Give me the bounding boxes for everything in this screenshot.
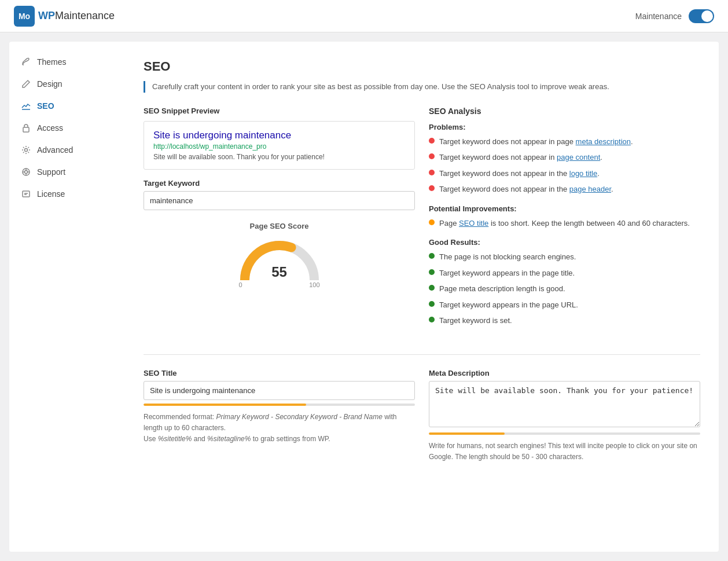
seo-label: SEO: [37, 101, 54, 111]
gauge-labels: 0 100: [239, 281, 320, 288]
page-title: SEO: [144, 59, 700, 74]
advanced-label: Advanced: [37, 145, 73, 155]
seo-title-progress-fill: [144, 404, 306, 406]
maintenance-toggle[interactable]: [689, 9, 714, 23]
improvement-1: Page SEO title is too short. Keep the le…: [429, 218, 700, 229]
target-keyword-label: Target Keyword: [144, 179, 415, 188]
good-4: Target keyword appears in the page URL.: [429, 299, 700, 311]
support-label: Support: [37, 167, 65, 177]
problem-1: Target keyword does not appear in page m…: [429, 136, 700, 148]
seo-title-hint: Recommended format: Primary Keyword - Se…: [144, 412, 415, 445]
seo-title-input[interactable]: [144, 381, 415, 400]
green-dot: [429, 253, 435, 259]
improvements-section: Potential Improvements: Page SEO title i…: [429, 204, 700, 229]
green-dot: [429, 269, 435, 275]
gauge-min: 0: [239, 281, 242, 288]
support-icon: [21, 167, 31, 177]
analysis-title: SEO Analysis: [429, 107, 700, 116]
snippet-url: http://localhost/wp_maintenance_pro: [153, 142, 405, 151]
left-col: SEO Snippet Preview Site is undergoing m…: [144, 107, 415, 336]
seo-title-col: SEO Title Recommended format: Primary Ke…: [144, 369, 415, 463]
logo-area: Mo WPMaintenance: [14, 6, 115, 27]
green-dot: [429, 285, 435, 291]
target-keyword-input[interactable]: [144, 191, 415, 210]
red-dot: [429, 185, 435, 191]
logo-box: Mo: [14, 6, 35, 27]
content-area: SEO Carefully craft your content in orde…: [125, 42, 719, 552]
gauge-max: 100: [309, 281, 319, 288]
sidebar-item-themes[interactable]: Themes: [9, 51, 125, 73]
seo-title-link[interactable]: SEO title: [459, 219, 488, 228]
gauge-number: 55: [239, 264, 320, 280]
sidebar-item-seo[interactable]: SEO: [9, 95, 125, 117]
good-3: Page meta description length is good.: [429, 283, 700, 295]
page-header-link[interactable]: page header: [569, 185, 611, 193]
good-2: Target keyword appears in the page title…: [429, 267, 700, 279]
good-1: The page is not blocking search engines.: [429, 251, 700, 263]
pencil-icon: [21, 79, 31, 89]
access-label: Access: [37, 123, 63, 133]
problems-title: Problems:: [429, 123, 700, 131]
problem-3: Target keyword does not appear in the lo…: [429, 168, 700, 179]
problem-2: Target keyword does not appear in page c…: [429, 152, 700, 163]
svg-rect-1: [23, 127, 29, 132]
snippet-preview-box: Site is undergoing maintenance http://lo…: [144, 121, 415, 170]
meta-desc-progress-bar: [429, 432, 700, 435]
logo-text: WPMaintenance: [38, 10, 115, 22]
sidebar-item-access[interactable]: Access: [9, 117, 125, 139]
snippet-title: Site is undergoing maintenance: [153, 130, 405, 141]
meta-desc-label: Meta Description: [429, 369, 700, 377]
page-content-link[interactable]: page content: [557, 153, 600, 162]
meta-desc-textarea[interactable]: [429, 381, 700, 427]
red-dot: [429, 170, 435, 175]
svg-point-2: [25, 149, 28, 152]
themes-label: Themes: [37, 57, 67, 67]
meta-description-link[interactable]: meta description: [576, 137, 631, 146]
gauge-container: Page SEO Score 55 0: [144, 210, 415, 294]
gauge-wrap: 55: [239, 240, 320, 280]
header-right: Maintenance: [635, 9, 714, 23]
page-description: Carefully craft your content in order to…: [144, 81, 700, 93]
meta-desc-col: Meta Description Write for humans, not s…: [429, 369, 700, 463]
green-dot: [429, 317, 435, 322]
svg-rect-9: [23, 191, 30, 197]
snippet-preview-label: SEO Snippet Preview: [144, 107, 415, 115]
problem-4: Target keyword does not appear in the pa…: [429, 184, 700, 195]
snippet-desc: Site will be available soon. Thank you f…: [153, 153, 405, 161]
good-5: Target keyword is set.: [429, 315, 700, 327]
meta-desc-progress-fill: [429, 432, 505, 435]
green-dot: [429, 301, 435, 307]
sidebar-item-design[interactable]: Design: [9, 73, 125, 95]
gear-icon: [21, 145, 31, 155]
maintenance-label: Maintenance: [635, 12, 682, 21]
meta-desc-hint: Write for humans, not search engines! Th…: [429, 441, 700, 463]
logo-rest: Maintenance: [55, 10, 115, 21]
svg-point-4: [25, 171, 28, 174]
right-col: SEO Analysis Problems: Target keyword do…: [429, 107, 700, 336]
good-title: Good Results:: [429, 238, 700, 247]
logo-letters: Mo: [19, 12, 30, 21]
section-divider: [144, 354, 700, 355]
sidebar: Themes Design SEO Access: [9, 42, 125, 552]
seo-icon: [21, 101, 31, 111]
svg-point-0: [23, 64, 24, 65]
good-section: Good Results: The page is not blocking s…: [429, 238, 700, 327]
header: Mo WPMaintenance Maintenance: [0, 0, 728, 32]
red-dot: [429, 153, 435, 159]
orange-dot: [429, 219, 435, 225]
problems-section: Problems: Target keyword does not appear…: [429, 123, 700, 195]
top-two-col: SEO Snippet Preview Site is undergoing m…: [144, 107, 700, 336]
design-label: Design: [37, 79, 62, 89]
brush-icon: [21, 57, 31, 67]
sidebar-item-advanced[interactable]: Advanced: [9, 139, 125, 161]
improvements-title: Potential Improvements:: [429, 204, 700, 213]
license-label: License: [37, 189, 65, 199]
logo-title-link[interactable]: logo title: [569, 169, 597, 178]
lock-icon: [21, 123, 31, 133]
red-dot: [429, 138, 435, 144]
gauge-title: Page SEO Score: [250, 222, 309, 230]
seo-title-label: SEO Title: [144, 369, 415, 377]
sidebar-item-support[interactable]: Support: [9, 161, 125, 183]
main-wrapper: Themes Design SEO Access: [0, 32, 728, 561]
sidebar-item-license[interactable]: License: [9, 183, 125, 205]
